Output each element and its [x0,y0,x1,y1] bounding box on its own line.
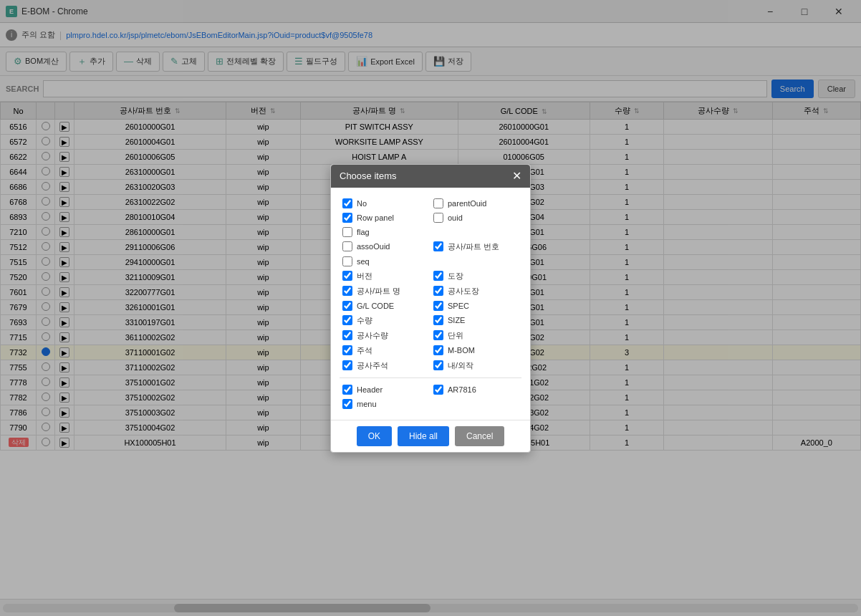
modal-checkbox-flag[interactable] [342,227,352,237]
modal-cancel-button[interactable]: Cancel [455,426,504,446]
modal-label-work_qty[interactable]: 공사수량 [357,330,388,341]
modal-items-bottom-grid: HeaderAR7816menu [340,382,521,411]
modal-checkbox-row_panel[interactable] [342,213,352,223]
modal-label-part_name[interactable]: 공사/파트 명 [357,286,400,297]
modal-label-bottom-header[interactable]: Header [357,385,383,394]
modal-checkbox-unit[interactable] [433,330,443,340]
modal-label-version[interactable]: 버전 [357,271,372,281]
modal-hide-all-button[interactable]: Hide all [398,426,449,446]
modal-item-spec: SPEC [430,299,521,313]
modal-item-row_panel: Row panel [340,211,430,225]
modal-label-paint[interactable]: 도장 [448,271,463,281]
modal-label-asso_ouid[interactable]: assoOuid [357,242,390,251]
modal-label-size[interactable]: SIZE [448,316,465,324]
modal-checkbox-work_qty[interactable] [342,330,352,340]
modal-checkbox-paint[interactable] [433,271,443,281]
modal-checkbox-size[interactable] [433,315,443,325]
modal-checkbox-asso_ouid[interactable] [342,241,352,251]
modal-checkbox-bottom-header[interactable] [342,385,352,395]
modal-body: NoparentOuidRow panelouidflagassoOuid공사/… [331,188,530,420]
modal-item-work_note: 공사주석 [340,358,430,373]
modal-item-asso_ouid: assoOuid [340,239,430,254]
modal-item-note: 주석 [340,343,430,358]
choose-items-modal: Choose items ✕ NoparentOuidRow panelouid… [330,164,531,453]
modal-item-part_no_r: 공사/파트 번호 [430,239,521,254]
modal-checkbox-part_name[interactable] [342,286,352,296]
modal-item-bottom-header: Header [340,382,430,397]
modal-checkbox-bottom-menu[interactable] [342,399,352,409]
modal-label-flag[interactable]: flag [357,228,370,236]
modal-item-unit: 단위 [430,328,521,343]
modal-item-parent_ouid: parentOuid [430,196,521,211]
modal-item-gl_code: G/L CODE [340,299,430,313]
modal-label-seq[interactable]: seq [357,257,370,266]
modal-label-bottom-menu[interactable]: menu [357,400,377,408]
modal-label-row_panel[interactable]: Row panel [357,213,394,222]
modal-label-bottom-r-ar7816[interactable]: AR7816 [448,385,476,394]
modal-item-seq: seq [340,254,430,269]
modal-checkbox-ouid[interactable] [433,213,443,223]
modal-footer: OK Hide all Cancel [331,420,530,452]
modal-label-ouid[interactable]: ouid [448,213,463,222]
modal-checkbox-bottom-r-ar7816[interactable] [433,385,443,395]
modal-label-work_note[interactable]: 공사주석 [357,360,388,371]
modal-checkbox-spec[interactable] [433,301,443,311]
modal-item-paint: 도장 [430,269,521,284]
modal-label-part_no_r[interactable]: 공사/파트 번호 [448,241,499,252]
modal-checkbox-part_no_r[interactable] [433,241,443,251]
modal-item-qty: 수량 [340,313,430,328]
modal-label-spec[interactable]: SPEC [448,302,469,310]
modal-items-grid: NoparentOuidRow panelouidflagassoOuid공사/… [340,196,521,373]
modal-item-bottom-r-ar7816: AR7816 [430,382,521,397]
modal-item-flag: flag [340,225,430,239]
modal-item-work_qty: 공사수량 [340,328,430,343]
modal-label-gl_code[interactable]: G/L CODE [357,302,394,310]
modal-item-bottom-menu: menu [340,397,430,411]
modal-checkbox-work_note[interactable] [342,360,352,370]
modal-overlay: Choose items ✕ NoparentOuidRow panelouid… [0,0,861,616]
modal-checkbox-seq[interactable] [342,256,352,266]
modal-checkbox-work_paint[interactable] [433,286,443,296]
modal-checkbox-gl_code[interactable] [342,301,352,311]
modal-divider [340,377,521,378]
modal-header: Choose items ✕ [331,165,530,188]
modal-label-work_paint[interactable]: 공사도장 [448,286,479,297]
modal-label-inner_outer[interactable]: 내/외작 [448,360,473,371]
modal-item-no: No [340,196,430,211]
modal-checkbox-m_bom[interactable] [433,345,443,355]
modal-checkbox-qty[interactable] [342,315,352,325]
modal-item-version: 버전 [340,269,430,284]
modal-close-button[interactable]: ✕ [512,170,521,182]
modal-label-unit[interactable]: 단위 [448,330,463,341]
modal-label-no[interactable]: No [357,199,367,208]
modal-item-part_name: 공사/파트 명 [340,284,430,299]
modal-title: Choose items [340,170,396,181]
modal-label-parent_ouid[interactable]: parentOuid [448,199,486,208]
modal-item-m_bom: M-BOM [430,343,521,358]
modal-item-ouid: ouid [430,211,521,225]
modal-checkbox-note[interactable] [342,345,352,355]
modal-checkbox-inner_outer[interactable] [433,360,443,370]
modal-item-inner_outer: 내/외작 [430,358,521,373]
modal-ok-button[interactable]: OK [357,426,392,446]
modal-checkbox-parent_ouid[interactable] [433,198,443,208]
modal-label-qty[interactable]: 수량 [357,315,372,326]
modal-checkbox-no[interactable] [342,198,352,208]
modal-item-size: SIZE [430,313,521,328]
modal-checkbox-version[interactable] [342,271,352,281]
modal-label-note[interactable]: 주석 [357,345,372,356]
modal-label-m_bom[interactable]: M-BOM [448,346,475,355]
modal-item-work_paint: 공사도장 [430,284,521,299]
